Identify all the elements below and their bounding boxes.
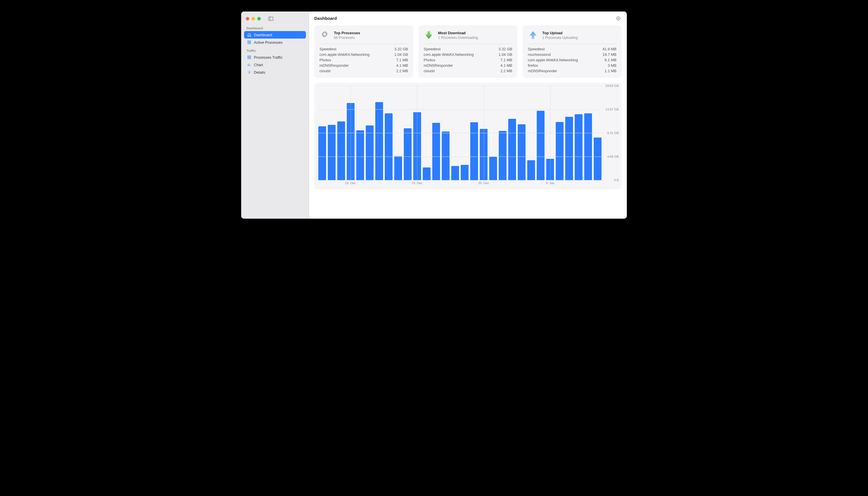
process-row: Photos7.1 MB — [424, 57, 512, 63]
chart-bar[interactable] — [527, 160, 535, 180]
sidebar-item-active-processes[interactable]: Active Processes — [244, 38, 306, 46]
process-name: Speedtest — [424, 47, 440, 51]
chart-bar[interactable] — [451, 166, 459, 180]
svg-rect-8 — [248, 58, 249, 59]
process-value: 4.1 MB — [396, 63, 408, 67]
process-value: 3.32 GB — [394, 47, 408, 51]
process-name: com.apple.WebKit.Networking — [320, 52, 370, 57]
process-row: Speedtest41.9 MB — [528, 46, 617, 52]
process-name: firefox — [528, 63, 538, 67]
chart-vgrid — [417, 86, 417, 180]
svg-rect-2 — [248, 41, 249, 42]
process-value: 7.1 MB — [396, 58, 408, 62]
process-name: cloudd — [320, 69, 330, 73]
chart-y-tick-label: 9.31 GB — [607, 131, 619, 135]
chart-bar[interactable] — [423, 168, 431, 180]
process-row: Photos7.1 MB — [320, 57, 408, 63]
process-row: com.apple.WebKit.Networking1.04 GB — [320, 52, 408, 57]
process-value: 1.04 GB — [498, 52, 512, 57]
chart-bar[interactable] — [565, 117, 573, 180]
main-content: Dashboard Top Processes56 ProcessesSpeed… — [309, 12, 627, 219]
svg-rect-4 — [248, 43, 249, 44]
sidebar-item-processes-traffic[interactable]: Processes Traffic — [244, 53, 306, 61]
chart-bar[interactable] — [366, 125, 374, 180]
card-subtitle: 1 Processes Uploading — [542, 36, 578, 40]
chart-bar[interactable] — [470, 122, 478, 180]
sidebar-item-dashboard[interactable]: Dashboard — [244, 31, 306, 38]
chart-gridline — [317, 156, 603, 157]
process-name: Photos — [320, 58, 331, 62]
chart-bar[interactable] — [508, 119, 516, 180]
svg-point-14 — [617, 17, 620, 20]
chart-bar[interactable] — [356, 130, 364, 180]
arrow-up-icon — [528, 30, 538, 40]
process-value: 4.1 MB — [500, 63, 512, 67]
process-name: mDNSResponder — [528, 69, 557, 73]
chart-bar[interactable] — [594, 138, 602, 180]
sidebar-item-label: Dashboard — [254, 33, 272, 37]
sidebar-item-label: Details — [254, 70, 265, 75]
titlebar: Dashboard — [309, 12, 627, 25]
svg-rect-7 — [249, 56, 251, 57]
window-controls — [244, 14, 306, 24]
process-value: 7.1 MB — [500, 58, 512, 62]
chart-bar[interactable] — [385, 113, 392, 180]
sidebar: DashboardDashboardActive ProcessesTraffi… — [241, 12, 309, 219]
chart-bar[interactable] — [442, 131, 450, 180]
process-name: Speedtest — [320, 47, 337, 51]
chart-vgrid — [351, 86, 351, 180]
close-window-button[interactable] — [246, 17, 249, 20]
chart-bar[interactable] — [337, 121, 345, 180]
fullscreen-window-button[interactable] — [257, 17, 261, 20]
chart-y-axis: 0 B4.66 GB9.31 GB13.97 GB18.63 GB — [603, 84, 620, 188]
chart-x-tick-label: 16. Dec — [345, 181, 356, 185]
process-row: mDNSResponder4.1 MB — [320, 63, 408, 68]
minimize-window-button[interactable] — [251, 17, 255, 20]
svg-rect-5 — [249, 43, 251, 44]
grid-icon — [247, 55, 251, 60]
chart-bar[interactable] — [584, 113, 592, 180]
chart-bar[interactable] — [489, 157, 497, 180]
chart-bar[interactable] — [556, 122, 563, 180]
svg-rect-3 — [249, 41, 251, 42]
process-name: com.apple.WebKit.Networking — [528, 58, 578, 62]
chart-y-tick-label: 13.97 GB — [606, 108, 619, 111]
sidebar-item-details[interactable]: Details — [244, 68, 306, 76]
process-value: 1.1 MB — [605, 69, 617, 73]
process-row: cloudd2.2 MB — [424, 68, 512, 74]
process-value: 3 MB — [608, 63, 617, 67]
process-name: nsurlsessiond — [528, 52, 551, 57]
process-row: mDNSResponder1.1 MB — [528, 68, 617, 74]
chart-bar[interactable] — [318, 126, 326, 180]
svg-point-20 — [323, 33, 326, 36]
chart-bar[interactable] — [404, 128, 412, 180]
chart-bar[interactable] — [575, 114, 583, 180]
chart-x-tick-label: 6. Jan — [546, 181, 555, 185]
card-title: Top Processes — [334, 31, 360, 35]
toggle-sidebar-button[interactable] — [267, 16, 275, 21]
process-name: mDNSResponder — [320, 63, 349, 67]
chart-bar[interactable] — [537, 111, 544, 180]
bars-icon — [247, 62, 251, 67]
chart-bar[interactable] — [375, 102, 383, 180]
process-row: com.apple.WebKit.Networking6.1 MB — [528, 57, 617, 63]
chart-bar[interactable] — [461, 165, 468, 180]
settings-button[interactable] — [615, 15, 622, 22]
chart-y-tick-label: 18.63 GB — [606, 84, 619, 88]
chart-gridline — [317, 180, 603, 181]
sidebar-item-chart[interactable]: Chart — [244, 61, 306, 68]
traffic-chart-card: 16. Dec23. Dec30. Dec6. Jan 0 B4.66 GB9.… — [314, 83, 622, 189]
sidebar-item-label: Chart — [254, 63, 263, 67]
card-top-upload: Top Upload1 Processes UploadingSpeedtest… — [523, 25, 622, 78]
chart-bar[interactable] — [499, 131, 507, 180]
chart-bar[interactable] — [432, 123, 440, 180]
chart-bar[interactable] — [394, 156, 402, 180]
process-name: com.apple.WebKit.Networking — [424, 52, 474, 57]
traffic-bar-chart[interactable]: 16. Dec23. Dec30. Dec6. Jan — [317, 84, 603, 188]
card-title: Most Download — [438, 31, 478, 35]
sidebar-item-label: Processes Traffic — [254, 55, 282, 60]
process-name: cloudd — [424, 69, 435, 73]
process-value: 19.7 MB — [603, 52, 617, 57]
process-row: Speedtest3.32 GB — [320, 46, 408, 52]
process-row: mDNSResponder4.1 MB — [424, 63, 512, 68]
